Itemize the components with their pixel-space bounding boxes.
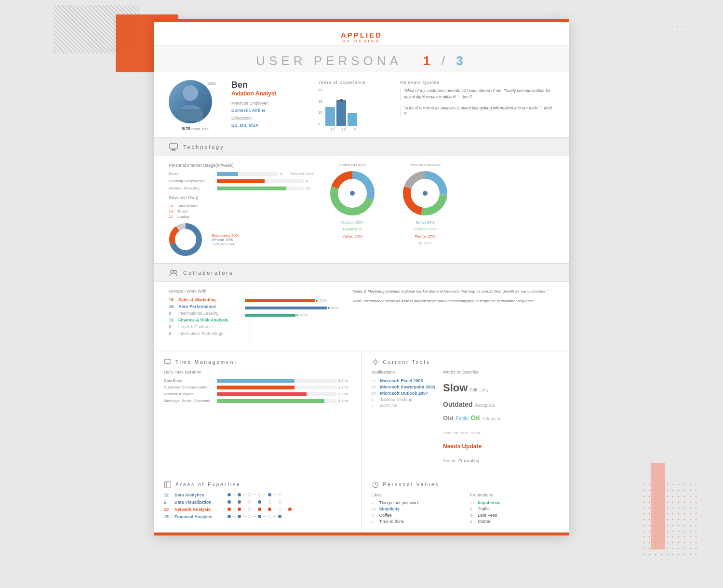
legend-yahoo: Yahoo 20% [321,233,384,240]
collab-bar-1 [245,299,315,302]
word-simple: Simple [443,458,456,463]
collab-group-2: 16 Aero Performance [169,304,241,309]
device-donut-wrap: Blackberry 20% iPhone 70% 10% Android [169,223,313,256]
collab-connector-line [250,320,250,344]
dot-fa-1 [228,515,231,518]
technology-section: Personal Internet Usage(hr/week) Email 4… [154,156,569,264]
usage-row-email: Email 4 Preferred Client [169,172,313,176]
time-section-header: Time Management [164,358,352,366]
word-slow: Slow [443,382,468,394]
legend-firefox: Firefox 27% [391,233,459,240]
tech-inner: Personal Internet Usage(hr/week) Email 4… [169,163,554,256]
quote1: "Most of my customers operate 12 hours a… [400,88,554,100]
like-text-4: Time to think [379,519,404,524]
exp-dots-da [228,493,281,496]
collab-name-4: Finance & Risk Analysis [178,318,241,322]
bottom-orange-bar [154,533,569,535]
collab-bar-row-1: 72% [245,298,342,303]
frust-text-1: Impatience [478,500,500,505]
app-num-tableau: 6 [372,398,380,402]
collab-name-2: Aero Performance [178,304,241,309]
client-legend: Outlook 30% Gmail 50% Yahoo 20% [321,219,384,240]
browser-legend: Safari 26% Chrome 27% Firefox 27% IE 20% [391,219,459,247]
collaborators-icon [169,268,178,278]
bottom-cols-1: Time Management Daily Task Duration Data… [154,351,569,474]
like-4: 4 Time to think [372,519,461,524]
dot-na-1 [228,508,231,511]
word-ok: OK [470,414,481,422]
collab-rows-area: 18 Sales & Marketing 16 Aero Performance… [169,297,342,344]
yoe-title: Years of Experience [318,80,390,85]
collab-bar-row-3: 52% [245,313,342,317]
app-num-matlab: 2 [372,404,380,408]
collab-name-3: International Leasing [178,311,241,316]
words-cloud-area: Words to Describe Slow Stiff Lazy Outdat… [443,370,501,467]
app-matlab: 2 MATLAB [372,403,436,408]
values-icon [372,481,379,489]
persona-num: 1 [423,53,434,68]
usage-value-email: 4 [280,172,288,176]
word-easily: Easily [455,416,469,421]
yoe-bar-2 [336,100,346,126]
dot-fa-4 [258,515,261,518]
like-text-3: Coffee [379,513,392,518]
frust-num-4: 5 [470,520,478,524]
likes-col: Likes 7 Things that just work 14 Simplic… [372,493,461,525]
client-donut-area: Preferred Client Outlook 30% Gmail 50% Y… [321,163,384,256]
usage-label-blogs: Reading Blogs/News [169,179,217,183]
svg-rect-23 [165,359,171,363]
legend-iphone: iPhone 70% [212,238,239,242]
task-network-analysis: Network Analysis 2.2 hr [164,392,352,396]
frust-text-2: Traffic [478,507,490,511]
yoe-axis: 30 18 10 5 [318,88,322,126]
dot-na-7 [288,508,292,511]
task-bar-data-entry [217,379,295,383]
dot-dv-3 [248,500,251,504]
svg-rect-26 [165,481,171,488]
dot-na-3 [248,508,251,511]
dot-dv-6 [278,500,281,504]
dot-dv-2 [238,500,241,504]
device-donut-chart [169,223,202,256]
svg-point-21 [171,270,174,273]
collab-quotes: "Sales & Marketing provides regional mar… [352,289,554,344]
app-num-outlook: 25 [372,391,380,396]
frust-num-1: 11 [470,501,478,505]
word-adequate2: Adequate [483,416,502,421]
usage-bar-blogs [217,179,265,183]
task-bar-network-analysis-wrap [217,392,336,396]
like-text-1: Things that just work [379,500,419,505]
preferred-client-label: Preferred Client [290,172,313,175]
tools-title: Current Tools [383,360,430,365]
apps-list: Applications 23 Microsoft Excel 2003 14 … [372,370,436,467]
usage-bar-browsing [217,187,286,190]
yoe-area: Years of Experience 30 18 10 5 [318,80,390,132]
persona-title: USER PERSONA 1 / 3 [154,46,569,72]
collab-dot-1 [316,300,318,302]
collab-num-5: 8 [169,324,178,329]
logo-text: APPLIED [154,31,569,39]
svg-rect-3 [170,144,177,149]
daily-task-title: Daily Task Duration [164,370,352,374]
quotes-title: Relevant Quotes [400,80,554,85]
exp-name-fa: Financial Analysis [174,514,228,519]
avatar-circle [169,80,212,123]
frustration-4: 5 Clutter [470,519,559,524]
exp-num-na: 18 [164,507,174,512]
exp-name-da: Data Analytics [174,493,228,497]
current-tools-col: Current Tools Applications 23 Microsoft … [362,351,569,474]
task-bar-data-entry-wrap [217,379,336,383]
values-cols: Likes 7 Things that just work 14 Simplic… [372,493,560,525]
usage-bar-browsing-container [217,187,304,190]
collab-bars-connectors: 72% 84% 52% [245,297,342,344]
legend-blackberry: Blackberry 20% [212,233,239,238]
device-name-tablet: Tablet [177,209,187,214]
frustrations-title: Frustrations [470,493,559,497]
bio-detail: Previous Employer: Domestic Airline Educ… [231,100,308,129]
usage-value-blogs: 6 [306,179,313,183]
collab-pct-3: 52% [300,313,308,317]
task-label-data-entry: Data Entry [164,378,217,383]
expertise-icon [164,481,172,489]
task-bar-meetings-wrap [217,399,336,403]
svg-point-22 [174,270,176,273]
